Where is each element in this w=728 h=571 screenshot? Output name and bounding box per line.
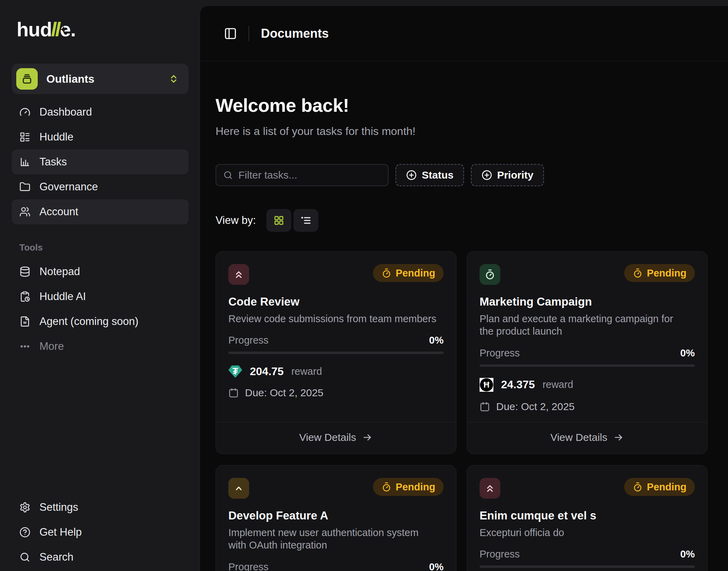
sidebar-item-label: More (39, 340, 64, 353)
sidebar-item-agent[interactable]: w Agent (coming soon) (12, 309, 189, 334)
sidebar-item-huddle-ai[interactable]: Huddle AI (12, 284, 189, 309)
sidebar-item-more[interactable]: More (12, 334, 189, 359)
bar-chart-icon (19, 156, 30, 167)
page-header: Documents (200, 6, 728, 61)
status-filter-button[interactable]: Status (395, 164, 464, 186)
progress-value: 0% (680, 549, 695, 560)
logo-text-lime: ll (51, 18, 59, 40)
task-title: Enim cumque et vel s (480, 509, 695, 522)
calendar-icon (480, 401, 490, 412)
progress-label: Progress (480, 347, 520, 359)
sidebar-item-governance[interactable]: Governance (12, 174, 189, 199)
sidebar-item-account[interactable]: Account (12, 199, 189, 224)
task-card: Pending Code Review Review code submissi… (216, 251, 456, 454)
sidebar-item-label: Huddle AI (39, 290, 86, 303)
priority-chevron-up-icon (228, 478, 249, 499)
task-description: Excepturi officia do (480, 526, 695, 539)
view-details-label: View Details (550, 432, 608, 443)
status-badge: Pending (373, 264, 444, 282)
circle-plus-icon (481, 170, 492, 181)
sidebar-item-get-help[interactable]: Get Help (12, 520, 189, 545)
due-date: Due: Oct 2, 2025 (245, 387, 324, 399)
status-filter-label: Status (422, 169, 454, 181)
main-panel: Documents Welcome back! Here is a list o… (200, 6, 728, 571)
reward-value: 24.375 (501, 378, 535, 391)
archive-box-icon (16, 68, 38, 90)
progress-bar (480, 364, 695, 367)
timer-icon (381, 268, 392, 278)
sidebar-tools-nav: Notepad Huddle AI w Agent (coming soon) … (12, 259, 189, 359)
status-badge-label: Pending (396, 481, 435, 493)
priority-high-chevrons-up-icon (480, 478, 500, 499)
workspace-name: Outliants (46, 73, 94, 85)
gear-icon (19, 502, 30, 513)
database-icon (19, 266, 30, 277)
sidebar-item-search[interactable]: Search (12, 545, 189, 570)
sidebar-item-label: Agent (coming soon) (39, 315, 138, 328)
filter-tasks-input[interactable] (238, 169, 381, 181)
page-title: Documents (261, 26, 329, 41)
sidebar-item-label: Search (39, 551, 73, 563)
file-w-icon: w (19, 316, 30, 327)
logo-text-1: hud (17, 18, 52, 40)
task-card: Pending Develop Feature A Implement new … (216, 465, 456, 571)
priority-filter-label: Priority (497, 169, 534, 181)
progress-label: Progress (228, 561, 269, 571)
status-badge-label: Pending (647, 481, 686, 493)
layout-list-icon (19, 132, 30, 143)
logo-sparkle-icon: ✦ (59, 24, 67, 36)
status-badge-label: Pending (396, 268, 435, 279)
priority-high-chevrons-up-icon (228, 264, 249, 285)
sidebar-item-settings[interactable]: Settings (12, 495, 189, 520)
search-icon (19, 552, 30, 563)
arrow-right-icon (362, 432, 373, 443)
sidebar-item-notepad[interactable]: Notepad (12, 259, 189, 284)
sidebar-item-label: Dashboard (39, 106, 92, 118)
reward-word: reward (543, 379, 573, 390)
task-description: Plan and execute a marketing campaign fo… (480, 312, 673, 338)
view-details-label: View Details (299, 432, 356, 443)
list-view-toggle[interactable] (293, 209, 318, 232)
search-icon (223, 170, 233, 180)
list-icon (300, 215, 311, 226)
sidebar-item-huddle[interactable]: Huddle (12, 125, 189, 149)
progress-value: 0% (429, 335, 444, 346)
status-badge: Pending (624, 478, 695, 496)
svg-text:w: w (23, 320, 27, 325)
calendar-icon (228, 388, 239, 398)
main-content: Welcome back! Here is a list of your tas… (200, 94, 728, 571)
status-badge: Pending (373, 478, 444, 496)
clipboard-clock-icon (19, 291, 30, 302)
workspace-selector[interactable]: Outliants (12, 64, 189, 94)
sidebar-item-dashboard[interactable]: Dashboard (12, 100, 189, 125)
arrow-right-icon (613, 432, 624, 443)
sidebar-item-tasks[interactable]: Tasks (12, 149, 189, 174)
view-details-button[interactable]: View Details (216, 422, 456, 454)
sidebar-item-label: Governance (39, 181, 98, 193)
sidebar-nav: Dashboard Huddle Tasks Governance Accoun… (12, 100, 189, 224)
grid-view-toggle[interactable] (266, 209, 291, 232)
welcome-subheading: Here is a list of your tasks for this mo… (216, 125, 707, 138)
header-divider (248, 26, 249, 41)
sidebar-item-label: Get Help (39, 526, 82, 538)
tools-section-label: Tools (19, 242, 189, 253)
users-icon (19, 206, 30, 217)
view-details-button[interactable]: View Details (467, 422, 707, 454)
filter-tasks-field[interactable] (216, 164, 389, 186)
folder-icon (19, 181, 30, 192)
view-mode-row: View by: (216, 209, 707, 232)
progress-label: Progress (480, 549, 520, 560)
priority-filter-button[interactable]: Priority (471, 164, 544, 186)
app-logo: hudlle.✦ (17, 18, 189, 41)
due-date: Due: Oct 2, 2025 (496, 401, 575, 413)
timer-icon (633, 482, 643, 492)
sidebar-toggle-icon[interactable] (223, 26, 238, 41)
tether-coin-icon: ₮ (228, 365, 242, 378)
sidebar-item-label: Settings (39, 501, 78, 514)
progress-bar (228, 352, 444, 354)
sidebar: hudlle.✦ Outliants Dashboard Huddle Task… (0, 0, 200, 571)
task-title: Develop Feature A (228, 509, 444, 522)
hbar-coin-icon: Ħ (480, 378, 493, 392)
task-card: Pending Marketing Campaign Plan and exec… (467, 251, 708, 454)
progress-value: 0% (680, 347, 695, 359)
